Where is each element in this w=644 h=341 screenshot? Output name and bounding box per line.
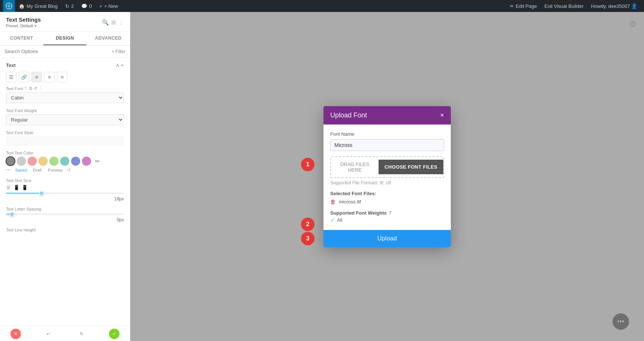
desktop-icon[interactable]: 🖥	[6, 184, 11, 190]
color-swatch-0[interactable]	[6, 157, 15, 166]
font-select[interactable]: Cabin	[6, 92, 124, 103]
exit-builder-button[interactable]: Exit Visual Builder	[541, 0, 587, 12]
preview-status[interactable]: Preview	[46, 167, 64, 173]
sidebar-header: Text Settings Preset: Default ▾ 🔍 ⊞ ⋮	[0, 12, 130, 32]
line-height-row: Text Line Height	[6, 228, 124, 232]
main-canvas-area: ⚙ 1 2 3 Upload Font × Font Name	[130, 12, 644, 341]
font-weights-label: Supported Font Weights ?	[330, 210, 444, 216]
font-weight-select[interactable]: Regular	[6, 114, 124, 125]
font-name-input[interactable]	[330, 139, 444, 151]
tablet-icon[interactable]: 📱	[13, 185, 19, 190]
text-size-value: 18px	[6, 196, 124, 202]
user-info: Howdy, dee35007 👤	[587, 3, 641, 9]
align-right-icon[interactable]: ≡	[44, 72, 55, 82]
text-section: Text ∧ + ☰ 🔗 ≡ ≡ ≡ Text Font ? ⧉	[0, 58, 130, 242]
tab-advanced[interactable]: Advanced	[86, 32, 130, 45]
letter-spacing-slider[interactable]	[6, 213, 124, 215]
saved-status[interactable]: Saved	[14, 167, 28, 173]
sidebar-title: Text Settings	[6, 16, 41, 23]
add-section-icon[interactable]: +	[121, 62, 124, 68]
text-color-row: Text Text Color ✏ •••	[6, 151, 124, 173]
text-font-style-row: Text Font Style	[6, 130, 124, 145]
color-swatch-5[interactable]	[60, 157, 69, 166]
reset-font-icon[interactable]: ↺	[34, 86, 37, 91]
draft-status[interactable]: Draft	[31, 167, 43, 173]
color-swatches: ✏	[6, 157, 124, 166]
wp-logo-icon[interactable]	[3, 0, 15, 12]
grid-view-icon[interactable]: ⊞	[111, 19, 116, 26]
refresh-icon[interactable]: ↺	[67, 168, 71, 173]
supported-formats-text: Supported File Formats: ttf, otf	[330, 180, 444, 185]
color-swatch-7[interactable]	[82, 157, 91, 166]
align-justify-icon[interactable]: ≡	[57, 72, 67, 82]
color-swatch-4[interactable]	[49, 157, 58, 166]
comments-item[interactable]: 💬 0	[78, 0, 95, 12]
tab-content[interactable]: Content	[0, 32, 43, 45]
font-weight-label: Text Font Weight	[6, 108, 37, 113]
letter-spacing-row: Text Letter Spacing 0px	[6, 207, 124, 222]
letter-spacing-value: 0px	[6, 217, 124, 222]
align-left-icon[interactable]: ☰	[6, 72, 16, 82]
pencil-icon: ✏	[510, 3, 514, 9]
modal-close-button[interactable]: ×	[440, 112, 444, 119]
alignment-row: ☰ 🔗 ≡ ≡ ≡	[6, 72, 124, 82]
modal-footer: Upload	[323, 230, 451, 247]
font-weights-help-icon[interactable]: ?	[389, 210, 392, 216]
status-row: ••• Saved Draft Preview ↺	[6, 167, 124, 173]
mobile-icon[interactable]: 📱	[22, 185, 28, 190]
checkmark-icon[interactable]: ✓	[330, 217, 335, 223]
filter-button[interactable]: + Filter	[112, 49, 125, 54]
delete-file-icon[interactable]: 🗑	[330, 199, 336, 205]
site-icon: 🏠	[19, 3, 25, 9]
revisions-item[interactable]: ↻ 2	[61, 0, 78, 12]
color-swatch-2[interactable]	[28, 157, 37, 166]
text-font-label: Text Font	[6, 86, 23, 91]
sidebar-tabs: Content Design Advanced	[0, 32, 130, 46]
color-swatch-3[interactable]	[39, 157, 48, 166]
step-badge-1: 1	[301, 158, 315, 171]
new-item-button[interactable]: + + New	[96, 0, 122, 12]
file-item: 🗑 micross.ttf	[330, 199, 444, 205]
text-color-label: Text Text Color	[6, 151, 33, 155]
text-font-help-icon[interactable]: ?	[24, 86, 27, 91]
site-name[interactable]: 🏠 My Great Blog	[15, 0, 61, 12]
color-swatch-6[interactable]	[71, 157, 80, 166]
plus-icon: +	[100, 3, 103, 9]
more-options-icon[interactable]: ⋮	[118, 19, 124, 26]
reset-button[interactable]: ↩	[42, 330, 55, 338]
search-icon[interactable]: 🔍	[102, 19, 109, 26]
step-badge-2: 2	[301, 218, 315, 231]
copy-icon[interactable]: ⧉	[29, 86, 32, 91]
more-font-icon[interactable]: ⋮	[39, 86, 43, 91]
tab-design[interactable]: Design	[43, 32, 87, 45]
upload-button[interactable]: Upload	[323, 230, 451, 247]
edit-page-button[interactable]: ✏ Edit Page	[506, 0, 541, 12]
color-swatch-1[interactable]	[17, 157, 26, 166]
save-button[interactable]: ✓	[109, 329, 119, 339]
link-icon[interactable]: 🔗	[19, 72, 29, 82]
revisions-icon: ↻	[65, 3, 69, 9]
comment-icon: 💬	[81, 3, 87, 9]
all-weights-label: All	[337, 217, 342, 223]
upload-font-modal: Upload Font × Font Name DRAG FILES HERE …	[323, 106, 451, 247]
text-size-label: Text Text Size	[6, 178, 31, 183]
text-section-title: Text	[6, 62, 16, 68]
builder-canvas[interactable]: ⚙ 1 2 3 Upload Font × Font Name	[130, 12, 644, 341]
cancel-button[interactable]: ✕	[10, 329, 21, 339]
color-picker-icon[interactable]: ✏	[93, 157, 102, 166]
align-center-icon[interactable]: ≡	[31, 72, 42, 82]
text-size-slider[interactable]	[6, 193, 124, 194]
text-size-row: Text Text Size 🖥 📱 📱 18px	[6, 178, 124, 202]
modal-title: Upload Font	[330, 111, 367, 119]
search-input[interactable]	[4, 49, 109, 54]
redo-button[interactable]: ↻	[75, 330, 88, 338]
collapse-icon[interactable]: ∧	[116, 62, 119, 68]
font-name-label: Font Name	[330, 131, 444, 137]
modal-overlay[interactable]: 1 2 3 Upload Font × Font Name	[130, 12, 644, 341]
sidebar-preset: Preset: Default ▾	[6, 24, 41, 28]
choose-font-files-button[interactable]: CHOOSE FONT FILES	[379, 160, 443, 174]
left-sidebar: Text Settings Preset: Default ▾ 🔍 ⊞ ⋮ Co…	[0, 12, 130, 341]
drag-files-area[interactable]: DRAG FILES HERE	[331, 157, 379, 177]
sidebar-bottom-bar: ✕ ↩ ↻ ✓	[0, 326, 130, 341]
upload-zone[interactable]: DRAG FILES HERE CHOOSE FONT FILES	[330, 156, 444, 178]
